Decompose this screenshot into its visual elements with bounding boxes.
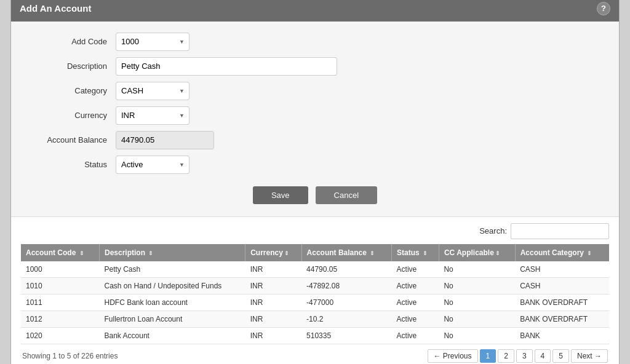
sort-icon-account-code: ⇕ xyxy=(79,250,84,256)
sort-icon-category: ⇕ xyxy=(587,250,592,256)
status-select[interactable]: Active xyxy=(116,156,189,174)
cell-currency: INR xyxy=(245,294,301,311)
prev-button[interactable]: ← Previous xyxy=(428,349,478,363)
account-balance-row: Account Balance xyxy=(30,131,600,149)
add-code-select[interactable]: 1000 xyxy=(116,33,189,51)
cell-cc: No xyxy=(439,294,515,311)
table-row: 1020 Bank Account INR 510335 Active No B… xyxy=(21,327,609,344)
cell-code: 1000 xyxy=(21,261,100,278)
sort-icon-description: ⇕ xyxy=(148,250,153,256)
cell-code: 1012 xyxy=(21,311,100,327)
table-header-row: Account Code ⇕ Description ⇕ Currency⇕ A… xyxy=(21,244,609,261)
status-label: Status xyxy=(30,160,116,169)
cell-currency: INR xyxy=(245,311,301,327)
page-2-button[interactable]: 2 xyxy=(498,349,514,363)
showing-text: Showing 1 to 5 of 226 entries xyxy=(22,352,118,360)
cell-status: Active xyxy=(392,327,439,344)
cell-description: HDFC Bank loan account xyxy=(100,294,245,311)
table-row: 1012 Fullertron Loan Account INR -10.2 A… xyxy=(21,311,609,327)
table-section: Search: Account Code ⇕ Description ⇕ Cur… xyxy=(11,217,619,365)
next-button[interactable]: Next → xyxy=(571,349,608,363)
window-title: Add An Account xyxy=(20,3,91,14)
cell-description: Fullertron Loan Account xyxy=(100,311,245,327)
currency-select-wrapper: INR xyxy=(116,106,189,125)
cell-status: Active xyxy=(392,294,439,311)
cell-cc: No xyxy=(439,311,515,327)
category-select[interactable]: CASH xyxy=(116,82,189,100)
col-currency[interactable]: Currency⇕ xyxy=(245,244,301,261)
cell-balance: -10.2 xyxy=(301,311,391,327)
col-description[interactable]: Description ⇕ xyxy=(100,244,245,261)
cell-cc: No xyxy=(439,277,515,294)
cell-balance: -477000 xyxy=(301,294,391,311)
col-account-balance[interactable]: Account Balance ⇕ xyxy=(301,244,391,261)
category-row: Category CASH xyxy=(30,82,600,100)
col-account-category[interactable]: Account Category ⇕ xyxy=(515,244,609,261)
save-button[interactable]: Save xyxy=(253,186,308,204)
cell-currency: INR xyxy=(245,261,301,278)
page-4-button[interactable]: 4 xyxy=(535,349,551,363)
form-buttons: Save Cancel xyxy=(30,180,600,208)
cell-category: CASH xyxy=(515,261,609,278)
cell-currency: INR xyxy=(245,277,301,294)
status-select-wrapper: Active xyxy=(116,156,189,174)
cell-category: BANK OVERDRAFT xyxy=(515,294,609,311)
cell-category: BANK xyxy=(515,327,609,344)
cell-cc: No xyxy=(439,327,515,344)
cell-cc: No xyxy=(439,261,515,278)
cell-description: Cash on Hand / Undeposited Funds xyxy=(100,277,245,294)
table-row: 1010 Cash on Hand / Undeposited Funds IN… xyxy=(21,277,609,294)
cell-balance: 44790.05 xyxy=(301,261,391,278)
cell-code: 1010 xyxy=(21,277,100,294)
cell-category: CASH xyxy=(515,277,609,294)
currency-select[interactable]: INR xyxy=(116,106,189,125)
add-code-select-wrapper: 1000 xyxy=(116,33,189,51)
category-label: Category xyxy=(30,86,116,95)
cell-category: BANK OVERDRAFT xyxy=(515,311,609,327)
add-code-row: Add Code 1000 xyxy=(30,33,600,51)
currency-label: Currency xyxy=(30,111,116,120)
description-row: Description xyxy=(30,57,600,76)
table-row: 1000 Petty Cash INR 44790.05 Active No C… xyxy=(21,261,609,278)
sort-icon-status: ⇕ xyxy=(423,250,428,256)
account-balance-label: Account Balance xyxy=(30,135,116,144)
account-balance-input[interactable] xyxy=(116,131,214,149)
cell-status: Active xyxy=(392,311,439,327)
cell-status: Active xyxy=(392,277,439,294)
pagination: ← Previous 1 2 3 4 5 Next → xyxy=(428,349,608,363)
cancel-button[interactable]: Cancel xyxy=(316,186,377,204)
currency-row: Currency INR xyxy=(30,106,600,125)
cell-balance: -47892.08 xyxy=(301,277,391,294)
cell-balance: 510335 xyxy=(301,327,391,344)
search-bar: Search: xyxy=(21,223,609,239)
category-select-wrapper: CASH xyxy=(116,82,189,100)
col-cc-applicable[interactable]: CC Applicable⇕ xyxy=(439,244,515,261)
pagination-bar: Showing 1 to 5 of 226 entries ← Previous… xyxy=(21,349,609,363)
page-3-button[interactable]: 3 xyxy=(516,349,533,363)
description-input[interactable] xyxy=(116,57,337,76)
page-5-button[interactable]: 5 xyxy=(552,349,569,363)
sort-icon-cc: ⇕ xyxy=(495,250,500,256)
cell-currency: INR xyxy=(245,327,301,344)
help-button[interactable]: ? xyxy=(597,2,610,15)
cell-status: Active xyxy=(392,261,439,278)
status-row: Status Active xyxy=(30,156,600,174)
col-status[interactable]: Status ⇕ xyxy=(392,244,439,261)
main-window: Add An Account ? Add Code 1000 Descripti… xyxy=(10,0,620,364)
cell-description: Bank Account xyxy=(100,327,245,344)
add-code-label: Add Code xyxy=(30,37,116,46)
accounts-table: Account Code ⇕ Description ⇕ Currency⇕ A… xyxy=(21,244,609,344)
sort-icon-balance: ⇕ xyxy=(370,250,375,256)
search-input[interactable] xyxy=(511,223,609,239)
col-account-code[interactable]: Account Code ⇕ xyxy=(21,244,100,261)
form-section: Add Code 1000 Description Category CASH … xyxy=(11,22,619,217)
table-row: 1011 HDFC Bank loan account INR -477000 … xyxy=(21,294,609,311)
description-label: Description xyxy=(30,61,116,71)
search-label: Search: xyxy=(479,226,507,235)
sort-icon-currency: ⇕ xyxy=(284,250,289,256)
cell-description: Petty Cash xyxy=(100,261,245,278)
titlebar: Add An Account ? xyxy=(11,0,619,22)
page-1-button[interactable]: 1 xyxy=(480,349,496,363)
cell-code: 1011 xyxy=(21,294,100,311)
cell-code: 1020 xyxy=(21,327,100,344)
